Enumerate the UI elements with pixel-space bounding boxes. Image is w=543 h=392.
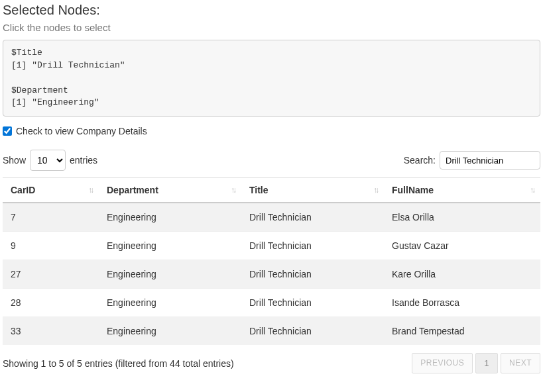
col-header-fullname[interactable]: FullName ↑↓ — [384, 178, 540, 203]
length-suffix: entries — [70, 155, 97, 166]
company-details-checkbox[interactable] — [3, 126, 12, 136]
col-label: FullName — [392, 185, 434, 195]
next-button[interactable]: Next — [501, 353, 540, 373]
cell-department: Engineering — [99, 232, 241, 260]
search-input[interactable] — [440, 151, 540, 170]
length-select[interactable]: 10 — [30, 150, 66, 171]
cell-title: Drill Technician — [241, 232, 384, 260]
cell-fullname: Gustav Cazar — [384, 232, 540, 260]
cell-title: Drill Technician — [241, 289, 384, 317]
col-header-carid[interactable]: CarID ↑↓ — [3, 178, 99, 203]
search-label: Search: — [404, 155, 436, 166]
cell-title: Drill Technician — [241, 317, 384, 346]
cell-carid: 27 — [3, 260, 99, 289]
col-header-department[interactable]: Department ↑↓ — [99, 178, 241, 203]
selected-node-output: $Title [1] "Drill Technician" $Departmen… — [3, 40, 540, 117]
sort-icon: ↑↓ — [530, 185, 534, 195]
cell-department: Engineering — [99, 260, 241, 289]
page-subtitle: Click the nodes to select — [3, 22, 540, 33]
cell-department: Engineering — [99, 317, 241, 346]
table-row: 33 Engineering Drill Technician Brand Te… — [3, 317, 540, 346]
col-header-title[interactable]: Title ↑↓ — [241, 178, 384, 203]
table-row: 7 Engineering Drill Technician Elsa Oril… — [3, 203, 540, 232]
cell-fullname: Isande Borrasca — [384, 289, 540, 317]
cell-fullname: Elsa Orilla — [384, 203, 540, 232]
cell-carid: 28 — [3, 289, 99, 317]
sort-icon: ↑↓ — [373, 185, 377, 195]
col-label: CarID — [11, 185, 35, 195]
page-1-button[interactable]: 1 — [475, 353, 498, 373]
sort-icon: ↑↓ — [88, 185, 92, 195]
cell-carid: 33 — [3, 317, 99, 346]
table-row: 27 Engineering Drill Technician Kare Ori… — [3, 260, 540, 289]
page-title: Selected Nodes: — [3, 3, 540, 18]
sort-icon: ↑↓ — [231, 185, 235, 195]
cell-title: Drill Technician — [241, 260, 384, 289]
table-row: 9 Engineering Drill Technician Gustav Ca… — [3, 232, 540, 260]
pagination: Previous 1 Next — [412, 353, 540, 373]
company-details-label: Check to view Company Details — [16, 126, 147, 136]
cell-carid: 9 — [3, 232, 99, 260]
cell-title: Drill Technician — [241, 203, 384, 232]
cell-department: Engineering — [99, 289, 241, 317]
table-info: Showing 1 to 5 of 5 entries (filtered fr… — [3, 358, 234, 369]
col-label: Title — [249, 185, 269, 195]
cell-carid: 7 — [3, 203, 99, 232]
col-label: Department — [107, 185, 158, 195]
table-row: 28 Engineering Drill Technician Isande B… — [3, 289, 540, 317]
length-prefix: Show — [3, 155, 26, 166]
data-table: CarID ↑↓ Department ↑↓ Title ↑↓ FullName… — [3, 177, 540, 345]
cell-fullname: Brand Tempestad — [384, 317, 540, 346]
cell-department: Engineering — [99, 203, 241, 232]
cell-fullname: Kare Orilla — [384, 260, 540, 289]
previous-button[interactable]: Previous — [412, 353, 473, 373]
